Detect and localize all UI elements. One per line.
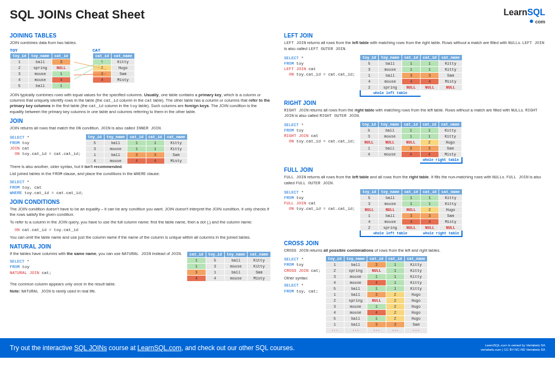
header: SQL JOINs Cheat Sheet LearnSQL ● com bbox=[10, 8, 545, 25]
toy-table: toy_idtoy_namecat_id1ball32springNULL3mo… bbox=[10, 53, 71, 89]
join-cond-p2a: To refer to a column in the JOIN query, … bbox=[10, 220, 271, 225]
footer-legal: LearnSQL.com is owned by Vertabelo SA ve… bbox=[481, 344, 545, 352]
full-sql: SELECT * FROM toy FULL JOIN cat ON toy.c… bbox=[284, 190, 355, 212]
cat-table-label: CAT bbox=[92, 48, 135, 53]
right-result: toy_idtoy_namecat_idcat_idcat_name5ball1… bbox=[360, 121, 462, 164]
join-intro: JOIN returns all rows that match the ON … bbox=[10, 126, 271, 132]
columns: JOINING TABLES JOIN combines data from t… bbox=[10, 29, 545, 334]
footer-link-joins[interactable]: SQL JOINs bbox=[74, 344, 107, 352]
join-old-syntax-b: List joined tables in the FROM clause, a… bbox=[10, 171, 271, 177]
cross-join-heading: CROSS JOIN bbox=[284, 240, 545, 246]
right-join-p: RIGHT JOIN returns all rows from the rig… bbox=[284, 108, 545, 120]
joining-explain: JOIN typically combines rows with equal … bbox=[10, 92, 271, 115]
right-sql: SELECT * FROM toy RIGHT JOIN cat ON toy.… bbox=[284, 122, 355, 145]
cross-result: toy_idtoy_namecat_idcat_idcat_name1ball3… bbox=[325, 256, 428, 334]
full-result: toy_idtoy_namecat_idcat_idcat_name5ball1… bbox=[360, 189, 463, 237]
footer-link-site[interactable]: LearnSQL.com bbox=[138, 344, 182, 352]
left-result: toy_idtoy_namecat_idcat_idcat_name5ball1… bbox=[360, 54, 462, 97]
left-sql: SELECT * FROM toy LEFT JOIN cat ON toy.c… bbox=[284, 55, 355, 78]
joining-tables-heading: JOINING TABLES bbox=[10, 33, 271, 39]
inner-join-result: toy_idtoy_namecat_idcat_idcat_name5ball1… bbox=[85, 134, 188, 164]
join-sql-old: SELECT * FROM toy, cat WHERE toy.cat_id … bbox=[10, 179, 271, 196]
page-title: SQL JOINs Cheat Sheet bbox=[10, 8, 145, 22]
left-column: JOINING TABLES JOIN combines data from t… bbox=[10, 29, 271, 334]
natural-heading: NATURAL JOIN bbox=[10, 244, 271, 250]
natural-p1: If the tables have columns with the same… bbox=[10, 251, 182, 257]
left-join-p: LEFT JOIN returns all rows from the left… bbox=[284, 40, 545, 52]
natural-p2: The common column appears only once in t… bbox=[10, 282, 271, 287]
join-cond-code: ON cat.cat_id = toy.cat_id bbox=[10, 227, 271, 233]
cross-sql2: SELECT * FROM toy, cat; bbox=[284, 283, 321, 294]
natural-p3: Note: NATURAL JOIN is rarely used in rea… bbox=[10, 289, 271, 295]
footer-main: Try out the interactive SQL JOINs course… bbox=[10, 344, 295, 352]
footer: Try out the interactive SQL JOINs course… bbox=[0, 338, 555, 358]
cat-table: cat_idcat_name1Kitty2Hugo3Sam4Misty bbox=[92, 53, 135, 83]
join-sql: SELECT * FROM toy JOIN cat ON toy.cat_id… bbox=[10, 135, 81, 157]
logo: LearnSQL ● com bbox=[504, 8, 545, 25]
join-old-syntax-a: There is also another, older syntax, but… bbox=[10, 164, 271, 170]
join-cond-heading: JOIN CONDITIONS bbox=[10, 199, 271, 205]
cross-other: Other syntax: bbox=[284, 276, 321, 281]
left-join-heading: LEFT JOIN bbox=[284, 33, 545, 39]
source-tables: TOY toy_idtoy_namecat_id1ball32springNUL… bbox=[10, 48, 271, 89]
natural-sql: SELECT * FROM toy NATURAL JOIN cat; bbox=[10, 259, 182, 275]
join-cond-p2b: You can omit the table name and use just… bbox=[10, 235, 271, 240]
right-join-heading: RIGHT JOIN bbox=[284, 100, 545, 106]
right-column: LEFT JOIN LEFT JOIN returns all rows fro… bbox=[284, 29, 545, 334]
joining-tables-intro: JOIN combines data from two tables. bbox=[10, 40, 271, 46]
full-join-heading: FULL JOIN bbox=[284, 167, 545, 173]
toy-table-label: TOY bbox=[10, 48, 71, 53]
full-join-p: FULL JOIN returns all rows from the left… bbox=[284, 175, 545, 186]
natural-result: cat_idtoy_idtoy_namecat_name15ballKitty1… bbox=[187, 251, 271, 282]
cross-sql: SELECT * FROM toy CROSS JOIN cat; bbox=[284, 257, 321, 273]
page: SQL JOINs Cheat Sheet LearnSQL ● com JOI… bbox=[0, 0, 555, 334]
join-cond-p1: The JOIN condition doesn't have to be an… bbox=[10, 207, 271, 217]
cross-join-p: CROSS JOIN returns all possible combinat… bbox=[284, 248, 545, 254]
join-heading: JOIN bbox=[10, 118, 271, 124]
